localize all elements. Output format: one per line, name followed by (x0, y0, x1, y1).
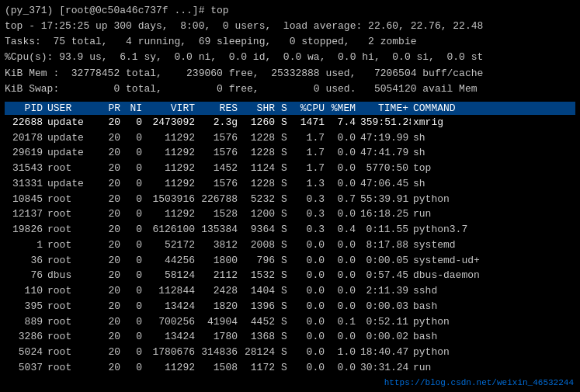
col-header-user: USER (45, 102, 99, 114)
table-row: 29619update2001129215761228S1.70.047:41.… (5, 145, 575, 161)
table-row: 889root200700256419044452S0.00.10:52.11p… (5, 314, 575, 330)
table-header: PID USER PR NI VIRT RES SHR S %CPU %MEM … (5, 102, 575, 115)
table-row: 36root200442561800796S0.00.00:00.05syste… (5, 253, 575, 269)
table-row: 19826root20061261001353849364S0.30.40:11… (5, 222, 575, 238)
col-header-pr: PR (99, 102, 123, 114)
col-header-time: TIME+ (358, 102, 411, 114)
col-header-res: RES (197, 102, 240, 114)
col-header-virt: VIRT (144, 102, 197, 114)
table-row: 3286root2001342417801368S0.00.00:00.02ba… (5, 329, 575, 345)
table-row: 395root2001342418201396S0.00.00:00.03bas… (5, 299, 575, 314)
header-line: KiB Swap: 0 total, 0 free, 0 used. 50541… (5, 82, 575, 97)
header-line: Tasks: 75 total, 4 running, 69 sleeping,… (5, 34, 575, 50)
top-header: top - 17:25:25 up 300 days, 8:00, 0 user… (5, 19, 575, 97)
table-row: 31331update2001129215761228S1.30.047:06.… (5, 176, 575, 192)
col-header-mem: %MEM (327, 102, 358, 114)
table-row: 22688update20024730922.3g1260S14717.4359… (5, 115, 575, 130)
table-row: 20178update2001129215761228S1.70.047:19.… (5, 130, 575, 146)
watermark: https://blog.csdn.net/weixin_46532244 (384, 378, 574, 387)
process-table: 22688update20024730922.3g1260S14717.4359… (5, 115, 575, 376)
col-header-cpu: %CPU (291, 102, 327, 114)
col-header-s: S (277, 102, 291, 114)
table-row: 5024root200178067631483628124S0.01.018:4… (5, 345, 575, 360)
prompt-text: (py_371) [root@0c50a46c737f ...]# top (5, 5, 229, 16)
col-header-shr: SHR (240, 102, 277, 114)
col-header-pid: PID (5, 102, 45, 114)
col-header-cmd: COMMAND (411, 102, 488, 114)
table-row: 76dbus2005812421121532S0.00.00:57.45dbus… (5, 268, 575, 283)
table-row: 12137root2001129215281200S0.30.016:18.25… (5, 206, 575, 222)
col-header-ni: NI (123, 102, 144, 114)
table-row: 5037root2001129215081172S0.00.030:31.24r… (5, 360, 575, 376)
terminal-window: (py_371) [root@0c50a46c737f ...]# top to… (0, 0, 580, 392)
header-line: KiB Mem : 32778452 total, 239060 free, 2… (5, 66, 575, 82)
header-line: %Cpu(s): 93.9 us, 6.1 sy, 0.0 ni, 0.0 id… (5, 50, 575, 65)
header-line: top - 17:25:25 up 300 days, 8:00, 0 user… (5, 19, 575, 34)
table-row: 1root2005217238122008S0.00.08:17.88syste… (5, 238, 575, 253)
table-row: 10845root20015039162267885232S0.30.755:3… (5, 192, 575, 207)
table-row: 31543root2001129214521124S1.70.05770:50t… (5, 161, 575, 176)
table-row: 110root20011284424281404S0.00.02:11.39ss… (5, 283, 575, 299)
prompt-line: (py_371) [root@0c50a46c737f ...]# top (5, 3, 575, 19)
